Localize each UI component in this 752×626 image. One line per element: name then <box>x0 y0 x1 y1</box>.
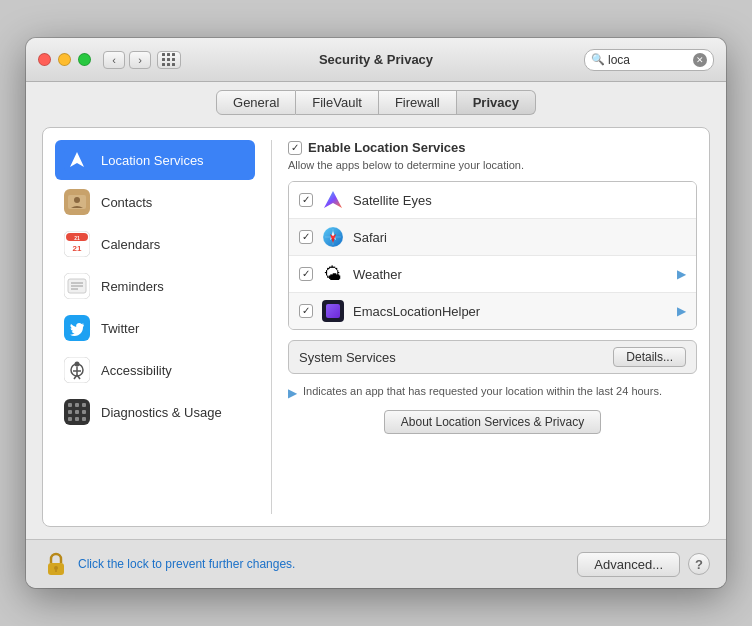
svg-rect-28 <box>82 410 86 414</box>
nav-buttons: ‹ › <box>103 51 151 69</box>
emacs-location-arrow: ▶ <box>677 304 686 318</box>
about-btn-container: About Location Services & Privacy <box>288 410 697 434</box>
system-services-row: System Services Details... <box>288 340 697 374</box>
location-services-icon <box>63 146 91 174</box>
details-button[interactable]: Details... <box>613 347 686 367</box>
satellite-eyes-name: Satellite Eyes <box>353 193 686 208</box>
emacs-name: EmacsLocationHelper <box>353 304 669 319</box>
weather-name: Weather <box>353 267 669 282</box>
advanced-button[interactable]: Advanced... <box>577 552 680 577</box>
svg-rect-26 <box>68 410 72 414</box>
svg-rect-27 <box>75 410 79 414</box>
svg-rect-29 <box>68 417 72 421</box>
location-sub-label: Allow the apps below to determine your l… <box>288 159 697 171</box>
close-button[interactable] <box>38 53 51 66</box>
sidebar: Location Services Contacts <box>55 140 255 514</box>
about-location-button[interactable]: About Location Services & Privacy <box>384 410 601 434</box>
vertical-divider <box>271 140 272 514</box>
grid-icon <box>162 53 176 67</box>
system-services-label: System Services <box>299 350 613 365</box>
minimize-button[interactable] <box>58 53 71 66</box>
enable-location-row: Enable Location Services <box>288 140 697 155</box>
search-box[interactable]: 🔍 loca ✕ <box>584 49 714 71</box>
accessibility-icon <box>63 356 91 384</box>
lock-text[interactable]: Click the lock to prevent further change… <box>78 557 295 571</box>
svg-rect-23 <box>68 403 72 407</box>
safari-name: Safari <box>353 230 686 245</box>
svg-rect-25 <box>82 403 86 407</box>
svg-marker-32 <box>324 191 342 208</box>
search-clear-button[interactable]: ✕ <box>693 53 707 67</box>
grid-view-button[interactable] <box>157 51 181 69</box>
note-text: Indicates an app that has requested your… <box>303 384 662 399</box>
search-icon: 🔍 <box>591 53 605 66</box>
sidebar-item-accessibility[interactable]: Accessibility <box>55 350 255 390</box>
content-area: Location Services Contacts <box>26 115 726 539</box>
reminders-icon <box>63 272 91 300</box>
sidebar-item-diagnostics[interactable]: Diagnostics & Usage <box>55 392 255 432</box>
safari-icon <box>321 225 345 249</box>
tab-privacy[interactable]: Privacy <box>457 90 536 115</box>
emacs-icon <box>321 299 345 323</box>
diagnostics-icon <box>63 398 91 426</box>
table-row: EmacsLocationHelper ▶ <box>289 293 696 329</box>
weather-checkbox[interactable] <box>299 267 313 281</box>
enable-location-label: Enable Location Services <box>308 140 466 155</box>
svg-text:21: 21 <box>73 244 82 253</box>
sidebar-label-calendars: Calendars <box>101 237 160 252</box>
satellite-eyes-checkbox[interactable] <box>299 193 313 207</box>
back-button[interactable]: ‹ <box>103 51 125 69</box>
svg-text:21: 21 <box>74 235 80 241</box>
window: ‹ › Security & Privacy 🔍 loca ✕ General … <box>26 38 726 588</box>
table-row: Safari <box>289 219 696 256</box>
search-input[interactable]: loca <box>608 53 693 67</box>
tabs: General FileVault Firewall Privacy <box>26 82 726 115</box>
note-row: ▶ Indicates an app that has requested yo… <box>288 384 697 400</box>
maximize-button[interactable] <box>78 53 91 66</box>
app-list: Satellite Eyes <box>288 181 697 330</box>
table-row: Satellite Eyes <box>289 182 696 219</box>
enable-location-checkbox[interactable] <box>288 141 302 155</box>
weather-location-arrow: ▶ <box>677 267 686 281</box>
svg-point-40 <box>54 566 58 570</box>
svg-rect-30 <box>75 417 79 421</box>
sidebar-label-diagnostics: Diagnostics & Usage <box>101 405 222 420</box>
titlebar: ‹ › Security & Privacy 🔍 loca ✕ <box>26 38 726 82</box>
satellite-eyes-icon <box>321 188 345 212</box>
svg-point-4 <box>74 197 80 203</box>
sidebar-item-twitter[interactable]: Twitter <box>55 308 255 348</box>
twitter-icon <box>63 314 91 342</box>
sidebar-label-reminders: Reminders <box>101 279 164 294</box>
emacs-checkbox[interactable] <box>299 304 313 318</box>
sidebar-label-contacts: Contacts <box>101 195 152 210</box>
lock-icon[interactable] <box>42 550 70 578</box>
traffic-lights <box>38 53 91 66</box>
sidebar-item-reminders[interactable]: Reminders <box>55 266 255 306</box>
sidebar-label-location-services: Location Services <box>101 153 204 168</box>
sidebar-item-calendars[interactable]: 21 21 Calendars <box>55 224 255 264</box>
contacts-icon <box>63 188 91 216</box>
safari-checkbox[interactable] <box>299 230 313 244</box>
weather-icon: 🌤 <box>321 262 345 286</box>
sidebar-item-location-services[interactable]: Location Services <box>55 140 255 180</box>
sidebar-label-twitter: Twitter <box>101 321 139 336</box>
svg-rect-24 <box>75 403 79 407</box>
svg-rect-31 <box>82 417 86 421</box>
bottom-right: Advanced... ? <box>577 552 710 577</box>
tab-filevault[interactable]: FileVault <box>296 90 379 115</box>
tab-general[interactable]: General <box>216 90 296 115</box>
inner-panel: Location Services Contacts <box>42 127 710 527</box>
sidebar-item-contacts[interactable]: Contacts <box>55 182 255 222</box>
sidebar-label-accessibility: Accessibility <box>101 363 172 378</box>
main-content: Enable Location Services Allow the apps … <box>288 140 697 514</box>
bottom-bar: Click the lock to prevent further change… <box>26 539 726 588</box>
note-arrow-icon: ▶ <box>288 386 297 400</box>
window-title: Security & Privacy <box>319 52 433 67</box>
calendars-icon: 21 21 <box>63 230 91 258</box>
help-button[interactable]: ? <box>688 553 710 575</box>
tab-firewall[interactable]: Firewall <box>379 90 457 115</box>
table-row: 🌤 Weather ▶ <box>289 256 696 293</box>
forward-button[interactable]: › <box>129 51 151 69</box>
